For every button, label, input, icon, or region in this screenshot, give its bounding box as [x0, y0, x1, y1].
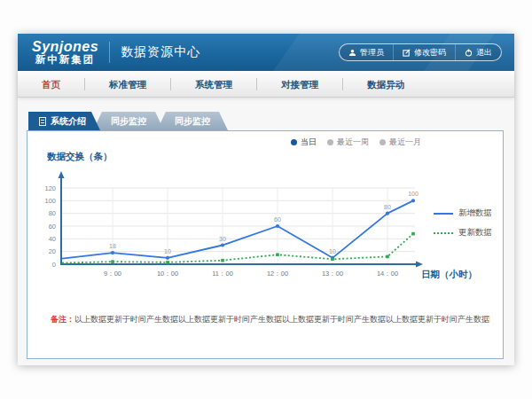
blue-line-swatch — [434, 213, 453, 215]
y-axis-title: 数据交换（条） — [47, 151, 113, 163]
svg-text:18: 18 — [109, 243, 116, 249]
header-actions: 管理员 修改密码 退出 — [339, 43, 502, 61]
svg-text:12：00: 12：00 — [267, 270, 288, 278]
user-icon — [348, 49, 356, 57]
svg-text:100: 100 — [44, 197, 56, 205]
series-legend: 新增数据 更新数据 — [434, 207, 492, 239]
legend-label: 更新数据 — [458, 227, 492, 239]
svg-text:80: 80 — [49, 209, 56, 217]
edit-icon — [403, 49, 411, 57]
footnote: 备注：以上数据更新于时间产生数据以上数据更新于时间产生数据以上数据更新于时间产生… — [51, 314, 490, 325]
content-area: 系统介绍 同步监控 同步监控 当日 最近一周 — [18, 98, 514, 365]
svg-text:20: 20 — [49, 247, 56, 255]
tab-label: 系统介绍 — [51, 115, 86, 128]
radio-label: 当日 — [301, 137, 317, 148]
svg-text:30: 30 — [219, 236, 226, 242]
nav-item-system-mgmt[interactable]: 系统管理 — [170, 78, 256, 90]
time-range-filters: 当日 最近一周 最近一月 — [291, 137, 421, 148]
app-header: Synjones 新中新集团 数据资源中心 管理员 修改密码 — [18, 34, 514, 71]
legend-updated-data: 更新数据 — [434, 227, 492, 239]
svg-text:60: 60 — [49, 223, 56, 231]
svg-text:0: 0 — [52, 261, 56, 269]
tab-label: 同步监控 — [111, 115, 146, 128]
nav-item-data-change[interactable]: 数据异动 — [342, 78, 428, 90]
radio-dot-icon — [291, 139, 297, 145]
svg-text:120: 120 — [44, 184, 56, 192]
tab-bar: 系统介绍 同步监控 同步监控 — [28, 112, 228, 130]
change-password-button[interactable]: 修改密码 — [393, 44, 455, 60]
svg-text:14：00: 14：00 — [377, 270, 398, 278]
nav-item-standard-mgmt[interactable]: 标准管理 — [84, 78, 170, 90]
tab-sync-monitor-1[interactable]: 同步监控 — [93, 112, 164, 130]
app-window: Synjones 新中新集团 数据资源中心 管理员 修改密码 — [18, 34, 514, 365]
user-button[interactable]: 管理员 — [340, 44, 393, 60]
radio-today[interactable]: 当日 — [291, 137, 317, 148]
header-divider — [109, 42, 110, 63]
radio-dot-icon — [327, 139, 333, 145]
chart-panel: 当日 最近一周 最近一月 数据交换（条） 日期（小时） 020406080100… — [27, 130, 504, 359]
svg-text:10：00: 10：00 — [157, 270, 178, 278]
exchange-line-chart: 0204060801001209：0010：0011：0012：0013：001… — [38, 167, 439, 284]
tab-label: 同步监控 — [175, 115, 210, 128]
power-icon — [465, 49, 473, 57]
svg-text:10: 10 — [164, 248, 171, 254]
radio-last-week[interactable]: 最近一周 — [327, 137, 369, 148]
radio-label: 最近一月 — [389, 137, 421, 148]
main-nav: 首页 标准管理 系统管理 对接管理 数据异动 — [18, 71, 514, 98]
svg-text:100: 100 — [408, 191, 419, 197]
radio-last-month[interactable]: 最近一月 — [379, 137, 421, 148]
legend-label: 新增数据 — [458, 207, 492, 219]
user-button-label: 管理员 — [360, 47, 384, 59]
company-logo: Synjones 新中新集团 — [32, 40, 98, 66]
nav-item-home[interactable]: 首页 — [18, 78, 84, 90]
nav-item-interface-mgmt[interactable]: 对接管理 — [256, 78, 342, 90]
radio-dot-icon — [379, 139, 386, 145]
legend-new-data: 新增数据 — [434, 207, 492, 219]
app-title: 数据资源中心 — [121, 44, 200, 60]
svg-text:11：00: 11：00 — [212, 270, 233, 278]
logo-text-en: Synjones — [32, 40, 98, 55]
footnote-prefix: 备注： — [51, 315, 74, 324]
footnote-text: 以上数据更新于时间产生数据以上数据更新于时间产生数据以上数据更新于时间产生数据以… — [74, 315, 490, 324]
svg-text:40: 40 — [49, 235, 56, 243]
tab-sync-monitor-2[interactable]: 同步监控 — [157, 112, 228, 130]
change-password-label: 修改密码 — [414, 47, 446, 59]
svg-text:80: 80 — [384, 204, 391, 210]
svg-text:13：00: 13：00 — [322, 270, 343, 278]
tab-system-intro[interactable]: 系统介绍 — [28, 112, 100, 130]
svg-text:10: 10 — [329, 248, 336, 254]
screen: Synjones 新中新集团 数据资源中心 管理员 修改密码 — [0, 0, 532, 399]
svg-text:9：00: 9：00 — [104, 270, 121, 278]
radio-label: 最近一周 — [337, 137, 369, 148]
logout-button[interactable]: 退出 — [455, 44, 501, 60]
document-icon — [39, 117, 46, 126]
logout-label: 退出 — [476, 47, 492, 59]
svg-text:60: 60 — [274, 216, 281, 223]
green-dotted-swatch — [434, 232, 453, 234]
logo-text-cn: 新中新集团 — [32, 54, 98, 65]
